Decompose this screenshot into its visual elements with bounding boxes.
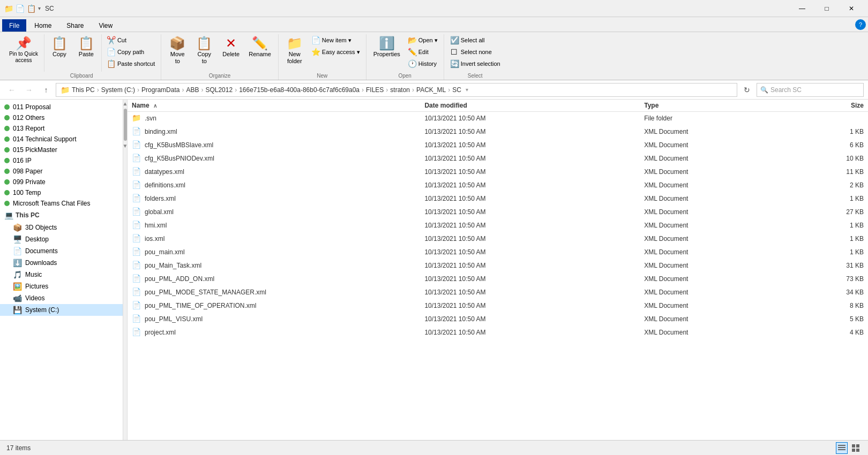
select-all-button[interactable]: ☑️ Select all <box>447 34 503 46</box>
file-name: 📄hmi.xml <box>132 221 424 230</box>
file-row[interactable]: 📄datatypes.xml 10/13/2021 10:50 AM XML D… <box>128 165 868 179</box>
refresh-button[interactable]: ↻ <box>739 82 754 97</box>
breadcrumb-system-c[interactable]: System (C:) <box>101 86 135 94</box>
column-type[interactable]: Type <box>644 102 790 109</box>
file-row[interactable]: 📄project.xml 10/13/2021 10:50 AM XML Doc… <box>128 326 868 339</box>
breadcrumb-this-pc[interactable]: This PC <box>72 86 95 94</box>
properties-label: Properties <box>373 51 400 58</box>
file-row[interactable]: 📄cfg_K5BusMBSlave.xml 10/13/2021 10:50 A… <box>128 139 868 152</box>
file-row[interactable]: 📄pou_PML_MODE_STATE_MANAGER.xml 10/13/20… <box>128 286 868 299</box>
cut-button[interactable]: ✂️ Cut <box>104 34 158 46</box>
title-icon-clipboard: 📋 <box>27 4 36 13</box>
file-row[interactable]: 📄global.xml 10/13/2021 10:50 AM XML Docu… <box>128 206 868 219</box>
left-item-016-ip[interactable]: 016 IP <box>0 155 123 166</box>
left-item-015-pickmaster[interactable]: 015 PickMaster <box>0 145 123 155</box>
delete-button[interactable]: ✕ Delete <box>218 34 244 60</box>
column-size[interactable]: Size <box>790 102 864 109</box>
file-date: 10/13/2021 10:50 AM <box>424 329 644 336</box>
maximize-button[interactable]: □ <box>814 0 839 17</box>
move-to-button[interactable]: 📦 Moveto <box>164 34 190 67</box>
left-item-013-report[interactable]: 013 Report <box>0 123 123 134</box>
details-view-button[interactable] <box>836 442 848 454</box>
breadcrumb-guid[interactable]: 166e715b-e6a8-400a-86b0-6c7af6c69a0a <box>239 86 360 94</box>
properties-button[interactable]: ℹ️ Properties <box>370 34 404 60</box>
ribbon-group-open: ℹ️ Properties 📂 Open ▾ ✏️ Edit 🕐 History… <box>366 34 444 80</box>
left-item-videos[interactable]: 📹 Videos <box>0 292 123 304</box>
breadcrumb-programdata[interactable]: ProgramData <box>141 86 179 94</box>
close-button[interactable]: ✕ <box>839 0 864 17</box>
scroll-up-arrow[interactable]: ▲ <box>122 100 129 108</box>
left-item-014-tech[interactable]: 014 Technical Support <box>0 134 123 145</box>
invert-selection-button[interactable]: 🔄 Invert selection <box>447 58 503 70</box>
file-row[interactable]: 📄definitions.xml 10/13/2021 10:50 AM XML… <box>128 179 868 192</box>
large-icons-view-button[interactable] <box>850 442 862 454</box>
title-icon-down[interactable]: ▾ <box>38 5 41 11</box>
scroll-down-arrow[interactable]: ▼ <box>122 142 129 150</box>
left-item-011-proposal[interactable]: 011 Proposal <box>0 102 123 112</box>
new-folder-button[interactable]: 📁 Newfolder <box>282 34 308 67</box>
breadcrumb-sql2012[interactable]: SQL2012 <box>205 86 233 94</box>
tab-file[interactable]: File <box>2 19 26 32</box>
tab-share[interactable]: Share <box>59 19 91 32</box>
breadcrumb-straton[interactable]: straton <box>390 86 410 94</box>
file-row[interactable]: 📄pou_PML_TIME_OF_OPERATION.xml 10/13/202… <box>128 299 868 313</box>
left-section-this-pc[interactable]: 💻 This PC <box>0 209 123 222</box>
column-name[interactable]: Name ∧ <box>132 102 424 109</box>
scroll-thumb[interactable] <box>124 109 127 141</box>
file-type: File folder <box>644 115 790 122</box>
open-button[interactable]: 📂 Open ▾ <box>405 34 440 46</box>
address-dropdown[interactable]: ▾ <box>466 87 468 93</box>
left-item-documents[interactable]: 📄 Documents <box>0 245 123 257</box>
left-item-099-private[interactable]: 099 Private <box>0 177 123 187</box>
left-item-desktop[interactable]: 🖥️ Desktop <box>0 233 123 245</box>
minimize-button[interactable]: — <box>790 0 814 17</box>
forward-button[interactable]: → <box>21 82 36 97</box>
left-item-downloads[interactable]: ⬇️ Downloads <box>0 257 123 269</box>
copy-path-button[interactable]: 📄 Copy path <box>104 46 158 58</box>
file-row[interactable]: 📄pou_main.xml 10/13/2021 10:50 AM XML Do… <box>128 246 868 259</box>
breadcrumb-pack-ml[interactable]: PACK_ML <box>416 86 446 94</box>
address-bar[interactable]: 📁 This PC › System (C:) › ProgramData › … <box>56 83 737 97</box>
copy-to-button[interactable]: 📋 Copyto <box>191 34 217 67</box>
rename-button[interactable]: ✏️ Rename <box>245 34 275 60</box>
file-row[interactable]: 📄pou_Main_Task.xml 10/13/2021 10:50 AM X… <box>128 259 868 272</box>
file-row[interactable]: 📄hmi.xml 10/13/2021 10:50 AM XML Documen… <box>128 219 868 232</box>
easy-access-button[interactable]: ⭐ Easy access ▾ <box>309 46 363 58</box>
tab-view[interactable]: View <box>92 19 119 32</box>
file-row[interactable]: 📄cfg_K5BusPNIODev.xml 10/13/2021 10:50 A… <box>128 152 868 165</box>
edit-button[interactable]: ✏️ Edit <box>405 46 440 58</box>
left-item-teams[interactable]: Microsoft Teams Chat Files <box>0 198 123 209</box>
file-row[interactable]: 📄pou_PML_VISU.xml 10/13/2021 10:50 AM XM… <box>128 313 868 326</box>
breadcrumb-sc[interactable]: SC <box>452 86 461 94</box>
help-button[interactable]: ? <box>855 19 866 30</box>
left-item-system-c[interactable]: 💾 System (C:) <box>0 304 123 316</box>
left-item-012-others[interactable]: 012 Others <box>0 112 123 123</box>
left-item-098-paper[interactable]: 098 Paper <box>0 166 123 177</box>
select-none-button[interactable]: ☐ Select none <box>447 46 503 58</box>
file-row[interactable]: 📄folders.xml 10/13/2021 10:50 AM XML Doc… <box>128 192 868 206</box>
up-button[interactable]: ↑ <box>39 82 54 97</box>
pin-to-quick-access-button[interactable]: 📌 Pin to Quickaccess <box>5 34 42 66</box>
tab-home[interactable]: Home <box>27 19 58 32</box>
search-bar[interactable]: 🔍 Search SC <box>757 83 864 97</box>
file-row[interactable]: 📄pou_PML_ADD_ON.xml 10/13/2021 10:50 AM … <box>128 272 868 286</box>
panel-scrollbar[interactable]: ▲ ▼ <box>123 100 128 440</box>
breadcrumb-files[interactable]: FILES <box>366 86 384 94</box>
left-item-3d-objects[interactable]: 📦 3D Objects <box>0 222 123 233</box>
file-row[interactable]: 📁.svn 10/13/2021 10:50 AM File folder <box>128 112 868 125</box>
file-row[interactable]: 📄ios.xml 10/13/2021 10:50 AM XML Documen… <box>128 232 868 246</box>
left-item-music[interactable]: 🎵 Music <box>0 269 123 280</box>
paste-button[interactable]: 📋 Paste <box>73 34 99 60</box>
left-item-pictures[interactable]: 🖼️ Pictures <box>0 280 123 292</box>
paste-shortcut-button[interactable]: 📋 Paste shortcut <box>104 58 158 70</box>
copy-button[interactable]: 📋 Copy <box>47 34 72 60</box>
left-item-100-temp[interactable]: 100 Temp <box>0 187 123 198</box>
new-item-button[interactable]: 📄 New item ▾ <box>309 34 363 46</box>
back-button[interactable]: ← <box>4 82 19 97</box>
file-size: 1 KB <box>790 222 864 229</box>
history-button[interactable]: 🕐 History <box>405 58 440 70</box>
column-date-modified[interactable]: Date modified <box>424 102 644 109</box>
file-row[interactable]: 📄binding.xml 10/13/2021 10:50 AM XML Doc… <box>128 125 868 139</box>
pin-label: Pin to Quickaccess <box>9 51 38 64</box>
breadcrumb-abb[interactable]: ABB <box>186 86 199 94</box>
